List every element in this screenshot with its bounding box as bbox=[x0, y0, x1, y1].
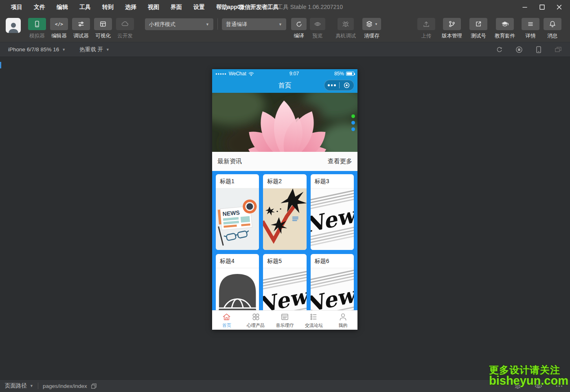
menu-tools[interactable]: 工具 bbox=[74, 2, 96, 13]
close-miniprogram-button[interactable] bbox=[340, 82, 354, 89]
menu-settings[interactable]: 设置 bbox=[188, 2, 210, 13]
rotate-icon[interactable] bbox=[496, 46, 503, 53]
tab-profile[interactable]: 我的 bbox=[329, 311, 357, 330]
user-avatar[interactable] bbox=[6, 18, 21, 33]
home-icon bbox=[222, 312, 231, 322]
tab-forum[interactable]: 交流论坛 bbox=[299, 311, 328, 330]
carrier-label: WeChat bbox=[229, 71, 246, 77]
newspaper-photo: News bbox=[311, 188, 354, 250]
section-title: 最新资讯 bbox=[217, 158, 242, 165]
menu-project[interactable]: 项目 bbox=[6, 2, 28, 13]
visualizer-button[interactable]: 可视化 bbox=[92, 18, 114, 39]
grad-cap-icon bbox=[501, 20, 509, 28]
phone-nav-bar: 首页 bbox=[212, 78, 357, 93]
hero-carousel[interactable] bbox=[212, 93, 357, 152]
multi-window-icon[interactable] bbox=[555, 46, 562, 53]
chevron-down-icon: ▼ bbox=[106, 48, 110, 52]
window-controls bbox=[518, 2, 570, 13]
news-card-1[interactable]: 标题1 NEWS bbox=[216, 174, 259, 250]
phone-frame-icon[interactable] bbox=[535, 46, 542, 53]
edu-kit-button[interactable]: 教育套件 bbox=[490, 18, 520, 39]
chevron-down-icon: ▼ bbox=[30, 384, 33, 388]
stop-icon[interactable] bbox=[515, 46, 523, 53]
close-button[interactable] bbox=[552, 2, 566, 13]
branch-icon bbox=[448, 20, 456, 28]
maximize-button[interactable] bbox=[535, 2, 549, 13]
chevron-down-icon: ▼ bbox=[62, 48, 66, 52]
news-card-4[interactable]: 标题4 NEWS bbox=[216, 254, 259, 310]
compile-button[interactable]: 编译 bbox=[289, 18, 308, 39]
tab-music-therapy[interactable]: 音乐理疗 bbox=[270, 311, 299, 330]
menu-view[interactable]: 视图 bbox=[142, 2, 164, 13]
menu-goto[interactable]: 转到 bbox=[97, 2, 119, 13]
minimize-button[interactable] bbox=[518, 2, 532, 13]
page-path-value: pages/index/index bbox=[43, 383, 87, 389]
menu-interface[interactable]: 界面 bbox=[165, 2, 187, 13]
window-titlebar: app02 - 微信开发者工具 Stable 1.06.2207210 项目 文… bbox=[0, 0, 570, 14]
four-circles-icon bbox=[251, 312, 261, 322]
layers-icon bbox=[366, 20, 373, 28]
wechat-capsule bbox=[324, 80, 354, 91]
news-card-2[interactable]: 标题2 bbox=[263, 174, 306, 250]
tab-psych-products[interactable]: 心理产品 bbox=[241, 311, 270, 330]
test-account-button[interactable]: 测试号 bbox=[467, 18, 490, 39]
news-card-5[interactable]: 标题5 News bbox=[263, 254, 306, 310]
real-device-debug-button[interactable]: 真机调试 bbox=[331, 18, 360, 39]
hot-reload-toggle[interactable]: 热重载 开 ▼ bbox=[77, 46, 112, 53]
carousel-dot-active[interactable] bbox=[351, 114, 355, 118]
more-button[interactable] bbox=[324, 84, 339, 86]
simulator-button[interactable]: 模拟器 bbox=[26, 18, 48, 39]
phone-icon bbox=[33, 20, 41, 28]
cloud-dev-button[interactable]: 云开发 bbox=[114, 18, 136, 39]
signal-dots-icon: ●●●●● bbox=[215, 72, 227, 76]
wifi-icon bbox=[248, 72, 254, 76]
external-link-icon bbox=[475, 20, 482, 28]
page-title: 首页 bbox=[278, 81, 292, 90]
upload-button[interactable]: 上传 bbox=[415, 18, 437, 39]
debugger-button[interactable]: 调试器 bbox=[70, 18, 92, 39]
schedule-icon bbox=[280, 312, 289, 322]
divider bbox=[217, 18, 218, 30]
device-bar-icons bbox=[496, 46, 562, 53]
news-card-3[interactable]: 标题3 News bbox=[311, 174, 354, 250]
news-flat-illustration: NEWS bbox=[216, 188, 259, 250]
version-control-button[interactable]: 版本管理 bbox=[437, 18, 467, 39]
upload-icon bbox=[423, 20, 430, 28]
lotus-flower-image bbox=[212, 93, 357, 152]
left-edge-marker bbox=[0, 62, 1, 68]
news-card-6[interactable]: 标题6 News bbox=[311, 254, 354, 310]
carousel-dot[interactable] bbox=[351, 127, 355, 131]
messages-button[interactable]: 消息 bbox=[542, 18, 563, 39]
device-bar: iPhone 6/7/8 85% 16 ▼ 热重载 开 ▼ bbox=[0, 42, 570, 57]
clear-cache-button[interactable]: ▼ 清缓存 bbox=[360, 18, 383, 39]
page-path-dropdown[interactable]: 页面路径 ▼ bbox=[5, 382, 33, 390]
target-icon bbox=[343, 82, 350, 89]
news-section-header: 最新资讯 查看更多 bbox=[212, 152, 357, 171]
battery-icon bbox=[346, 72, 354, 76]
layout-icon bbox=[99, 20, 107, 28]
see-more-link[interactable]: 查看更多 bbox=[328, 158, 352, 165]
person-icon bbox=[7, 21, 20, 33]
menu-help[interactable]: 帮助 bbox=[211, 2, 233, 13]
menu-file[interactable]: 文件 bbox=[28, 2, 50, 13]
menu-bar: 项目 文件 编辑 工具 转到 选择 视图 界面 设置 帮助 微信开发者工具 bbox=[0, 2, 284, 13]
preview-button[interactable]: 预览 bbox=[308, 18, 327, 39]
main-toolbar: 模拟器 </> 编辑器 调试器 可视化 云开发 小程序模式 ▼ 普通编译 ▼ 编… bbox=[0, 14, 570, 42]
menu-devtools[interactable]: 微信开发者工具 bbox=[234, 2, 284, 13]
bell-icon bbox=[549, 20, 556, 28]
chevron-down-icon: ▼ bbox=[278, 22, 282, 26]
tab-home[interactable]: 首页 bbox=[212, 311, 241, 330]
menu-select[interactable]: 选择 bbox=[120, 2, 142, 13]
copy-icon[interactable] bbox=[91, 383, 97, 389]
sliders-icon bbox=[77, 20, 85, 28]
carousel-dot[interactable] bbox=[351, 121, 355, 125]
chevron-down-icon: ▼ bbox=[375, 22, 378, 26]
menu-edit[interactable]: 编辑 bbox=[51, 2, 73, 13]
compile-mode-dropdown[interactable]: 普通编译 ▼ bbox=[222, 18, 286, 30]
battery-percent: 85% bbox=[334, 71, 344, 77]
watermark: 更多设计请关注 bisheyun.com bbox=[489, 365, 568, 387]
device-selector[interactable]: iPhone 6/7/8 85% 16 ▼ bbox=[6, 46, 68, 53]
details-button[interactable]: 详情 bbox=[520, 18, 542, 39]
editor-button[interactable]: </> 编辑器 bbox=[48, 18, 70, 39]
mode-dropdown[interactable]: 小程序模式 ▼ bbox=[145, 18, 213, 30]
